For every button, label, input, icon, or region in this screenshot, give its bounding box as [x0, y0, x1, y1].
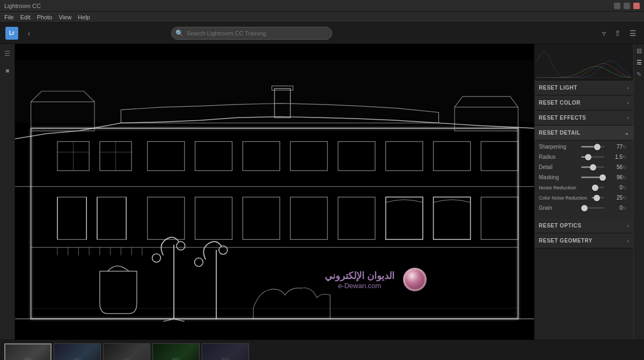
filmstrip-thumb-3[interactable]: IMG🏛 — [103, 343, 150, 361]
masking-label: Masking — [539, 174, 579, 180]
detail-slider-row: Detail 56 ↻ — [539, 164, 629, 170]
menu-bar: File Edit Photo View Help — [0, 12, 644, 23]
title-bar: Lightroom CC — [0, 0, 644, 12]
histogram-canvas — [537, 46, 631, 78]
search-icon: 🔍 — [175, 30, 184, 37]
filmstrip-thumb-1[interactable]: IMG🏠 — [4, 343, 52, 361]
histogram — [535, 44, 633, 80]
reset-light-header[interactable]: RESET LIGHT ‹ — [535, 80, 633, 95]
noise-reduction-track[interactable] — [592, 187, 604, 188]
radius-row: Radius 1.5 ↻ — [539, 154, 629, 160]
color-noise-row: Color Noise Reduction 25 ↻ — [539, 195, 629, 201]
reset-detail-label: RESET DETAIL — [539, 130, 580, 136]
masking-track[interactable] — [581, 177, 604, 178]
reset-detail-header[interactable]: RESET DETAIL ⌄ — [535, 126, 633, 141]
masking-reset-icon[interactable]: ↻ — [623, 175, 629, 180]
color-noise-label: Color Noise Reduction — [539, 195, 590, 201]
histogram-tool-icon[interactable]: ▨ — [635, 46, 643, 55]
right-panel: RESET LIGHT ‹ RESET COLOR ‹ RESET EFFECT… — [534, 44, 633, 340]
settings-icon[interactable]: ☰ — [627, 28, 639, 39]
grain-track[interactable] — [581, 207, 604, 209]
image-area: الديوان الإلكتروني e-Dewan.com — [15, 44, 534, 340]
top-bar-right: ▿ ⇧ ☰ — [600, 28, 639, 39]
filmstrip-thumb-5[interactable]: IMG🌏 — [202, 343, 249, 361]
detail-label: Detail — [539, 164, 579, 170]
close-button[interactable] — [633, 3, 640, 9]
noise-reduction-value: 0 — [606, 185, 623, 190]
reset-optics-header[interactable]: RESET OPTICS ‹ — [535, 218, 633, 233]
radius-reset-icon[interactable]: ↻ — [623, 155, 629, 160]
maximize-button[interactable] — [624, 3, 630, 9]
radius-value: 1.5 — [606, 154, 623, 160]
main-layout: ☰ ■ — [0, 44, 644, 340]
radius-track[interactable] — [581, 156, 604, 158]
grain-value: 0 — [606, 205, 623, 211]
radius-label: Radius — [539, 154, 579, 160]
adjustments-panel[interactable]: RESET LIGHT ‹ RESET COLOR ‹ RESET EFFECT… — [535, 80, 633, 340]
reset-optics-label: RESET OPTICS — [539, 223, 581, 229]
color-noise-reset-icon[interactable]: ↻ — [623, 195, 629, 201]
filter-icon[interactable]: ▿ — [600, 28, 608, 39]
grain-thumb[interactable] — [581, 205, 588, 211]
reset-color-chevron: ‹ — [627, 100, 630, 106]
menu-edit[interactable]: Edit — [20, 14, 31, 20]
main-image — [15, 44, 534, 340]
filmstrip: IMG🏠 IMG🌌 IMG🏛 IMG🌳 IMG🌏 — [0, 340, 644, 360]
nav-icon-2[interactable]: ■ — [2, 65, 13, 76]
masking-thumb[interactable] — [599, 174, 606, 181]
right-tools: ▨ ☰ ✎ — [633, 44, 644, 340]
sharpening-reset-icon[interactable]: ↻ — [623, 144, 629, 150]
masking-row: Masking 96 ↻ — [539, 174, 629, 180]
noise-reduction-row: Noise Reduction 0 ↻ — [539, 185, 629, 190]
menu-file[interactable]: File — [4, 14, 14, 20]
back-nav-icon[interactable]: ‹ — [24, 28, 34, 39]
detail-value: 56 — [606, 164, 623, 170]
reset-effects-header[interactable]: RESET EFFECTS ‹ — [535, 111, 633, 126]
search-input[interactable] — [171, 27, 332, 40]
reset-geometry-header[interactable]: RESET GEOMETRY ‹ — [535, 233, 633, 248]
menu-photo[interactable]: Photo — [37, 14, 53, 20]
minimize-button[interactable] — [614, 3, 620, 9]
noise-reduction-thumb[interactable] — [592, 185, 598, 191]
reset-light-label: RESET LIGHT — [539, 85, 577, 91]
reset-optics-chevron: ‹ — [627, 223, 630, 229]
reset-color-header[interactable]: RESET COLOR ‹ — [535, 95, 633, 111]
color-noise-track[interactable] — [592, 197, 604, 199]
panel-with-tools: RESET LIGHT ‹ RESET COLOR ‹ RESET EFFECT… — [534, 44, 644, 340]
radius-thumb[interactable] — [585, 154, 591, 160]
noise-reduction-reset-icon[interactable]: ↻ — [623, 185, 629, 190]
reset-detail-chevron: ⌄ — [625, 130, 630, 136]
nav-icon-1[interactable]: ☰ — [2, 48, 13, 59]
noise-reduction-label: Noise Reduction — [539, 185, 590, 190]
detail-thumb[interactable] — [590, 164, 596, 171]
left-sidebar: ☰ ■ — [0, 44, 15, 340]
detail-reset-icon[interactable]: ↻ — [623, 165, 629, 170]
color-noise-thumb[interactable] — [594, 195, 600, 201]
reset-geometry-label: RESET GEOMETRY — [539, 238, 592, 244]
building-image — [15, 44, 534, 340]
sharpening-value: 77 — [606, 144, 623, 150]
sharpening-label: Sharpening — [539, 144, 579, 150]
grain-label: Grain — [539, 205, 579, 211]
app-title: Lightroom CC — [4, 3, 41, 9]
reset-effects-chevron: ‹ — [627, 115, 630, 121]
grain-row: Grain 0 ↻ — [539, 205, 629, 211]
grain-reset-icon[interactable]: ↻ — [623, 205, 629, 211]
adjustments-tool-icon[interactable]: ☰ — [635, 58, 643, 67]
top-bar: Lr ‹ 🔍 ▿ ⇧ ☰ — [0, 23, 644, 44]
filmstrip-thumb-4[interactable]: IMG🌳 — [152, 343, 200, 361]
detail-section: Sharpening 77 ↻ Radius — [535, 141, 633, 218]
reset-geometry-chevron: ‹ — [627, 238, 630, 244]
sharpening-thumb[interactable] — [594, 144, 601, 150]
filmstrip-thumb-2[interactable]: IMG🌌 — [54, 343, 101, 361]
sharpening-track[interactable] — [581, 146, 604, 148]
share-icon[interactable]: ⇧ — [612, 28, 623, 39]
detail-track[interactable] — [581, 166, 604, 168]
reset-light-chevron: ‹ — [627, 85, 630, 91]
reset-effects-label: RESET EFFECTS — [539, 115, 586, 121]
brush-tool-icon[interactable]: ✎ — [635, 70, 643, 78]
masking-value: 96 — [606, 174, 623, 180]
menu-help[interactable]: Help — [78, 14, 90, 20]
search-bar: 🔍 — [171, 27, 332, 40]
menu-view[interactable]: View — [58, 14, 71, 20]
